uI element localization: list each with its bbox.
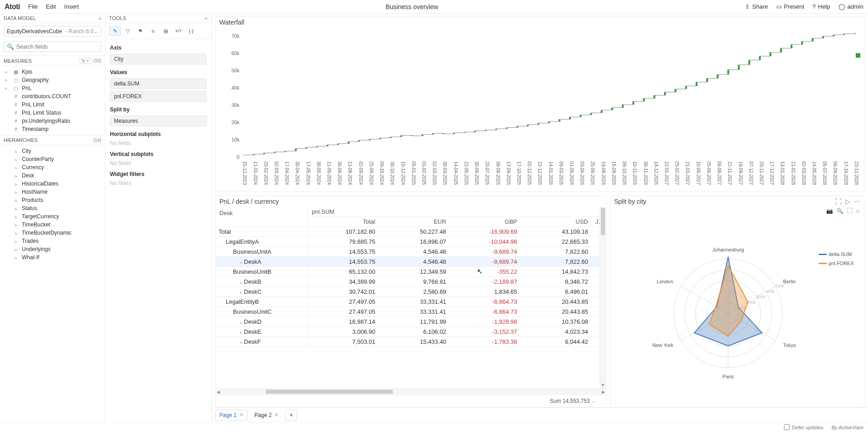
hierarchy-item[interactable]: ₕDesk xyxy=(2,171,103,180)
hierarchy-item[interactable]: ₕHostName xyxy=(2,188,103,196)
table-vscroll[interactable]: ▼ xyxy=(600,207,606,388)
sliders-tool-icon[interactable]: ⎋ xyxy=(147,26,159,36)
camera-icon[interactable]: 📷 xyxy=(826,208,833,214)
select-icon[interactable] xyxy=(847,208,853,213)
page-tabs: Page 1✕Page 2✕ + xyxy=(212,407,868,422)
zoom-icon[interactable]: 🔍 xyxy=(837,208,843,214)
scroll-right-icon[interactable]: ▶ xyxy=(602,390,605,394)
pnl-table[interactable]: Desk pnl.SUM TotalEURGBPUSDJPY Total107,… xyxy=(216,207,606,347)
measure-item[interactable]: ▸▦Kpis xyxy=(2,68,103,76)
table-row[interactable]: ▸DeskC30,742.012,580.691,834.656,496.01 xyxy=(216,287,606,297)
values-chip-forex[interactable]: pnl.FOREX xyxy=(110,91,207,102)
hierarchy-item[interactable]: ₕTimeBucketDynamic xyxy=(2,229,103,237)
hierarchy-item[interactable]: ₕTargetCurrency xyxy=(2,212,103,221)
user-button[interactable]: ◯admin xyxy=(838,3,863,10)
measure-item[interactable]: #contributors.COUNT xyxy=(2,92,103,100)
values-chip-delta[interactable]: delta.SUM xyxy=(110,78,207,89)
hierarchy-item[interactable]: ₕWhat-If xyxy=(2,253,103,261)
menu-insert[interactable]: Insert xyxy=(64,3,79,10)
svg-text:17-10-2025: 17-10-2025 xyxy=(516,161,521,185)
table-col-header[interactable]: GBP xyxy=(450,217,521,227)
home-icon[interactable]: ⌂ xyxy=(856,208,859,214)
hierarchy-item[interactable]: ₕTimeBucket xyxy=(2,221,103,229)
measure-item[interactable]: #Timestamp xyxy=(2,125,103,133)
table-row[interactable]: BusinessUnitC27,497.0533,331.41-6,864.73… xyxy=(216,307,606,317)
search-input[interactable] xyxy=(16,44,98,50)
search-input-wrap[interactable]: 🔍 xyxy=(4,41,101,52)
svg-text:06-08-2027: 06-08-2027 xyxy=(717,161,722,185)
collapse-datamodel-icon[interactable]: « xyxy=(99,15,101,21)
share-button[interactable]: ⇪Share xyxy=(745,3,768,10)
menu-file[interactable]: File xyxy=(28,3,38,10)
table-row[interactable]: ▸DeskE3,006.906,106.02-3,152.374,023.34 xyxy=(216,327,606,337)
measure-item[interactable]: #PnL Limit Status xyxy=(2,109,103,117)
page-tab[interactable]: Page 2✕ xyxy=(250,410,283,421)
filter-tool-icon[interactable]: ▽ xyxy=(122,26,134,36)
measure-item[interactable]: #pv.UnderlyingsRatio xyxy=(2,117,103,125)
table-col-header[interactable]: Total xyxy=(308,217,379,227)
table-row[interactable]: ▸DeskA14,553.754,546.48-9,689.747,822.60 xyxy=(216,257,606,267)
hierarchy-item[interactable]: ₕTrades xyxy=(2,237,103,245)
svg-text:13-01-2028: 13-01-2028 xyxy=(780,161,785,185)
svg-text:17-10-2028: 17-10-2028 xyxy=(843,161,848,185)
values-label: Values xyxy=(110,69,207,75)
close-icon[interactable]: ✕ xyxy=(274,412,278,418)
table-row[interactable]: LegalEntityA79,685.7516,896.07-10,044.96… xyxy=(216,237,606,247)
svg-text:17-12-2027: 17-12-2027 xyxy=(769,161,774,185)
menu-edit[interactable]: Edit xyxy=(46,3,56,10)
svg-text:17-09-2025: 17-09-2025 xyxy=(506,161,511,185)
hierarchy-item[interactable]: ₕProducts xyxy=(2,196,103,204)
radar-chart[interactable]: 100k200k300k400k500kJohannesburgBerlinTo… xyxy=(610,215,864,407)
chevron-down-icon[interactable]: ⌄ xyxy=(591,398,596,404)
table-col-header[interactable]: EUR xyxy=(379,217,450,227)
hscroll-thumb[interactable] xyxy=(266,390,393,394)
vscroll-thumb[interactable] xyxy=(601,208,605,235)
axis-chip-city[interactable]: City xyxy=(110,54,207,65)
hierarchy-item[interactable]: ₕCounterParty xyxy=(2,155,103,163)
page-tab[interactable]: Page 1✕ xyxy=(215,410,248,421)
flag-tool-icon[interactable]: ⚑ xyxy=(134,26,146,36)
svg-text:25-02-2027: 25-02-2027 xyxy=(675,161,680,185)
collapse-tools-icon[interactable]: « xyxy=(205,15,208,21)
table-row[interactable]: LegalEntityB27,497.0533,331.41-6,864.732… xyxy=(216,297,606,307)
present-button[interactable]: ▭Present xyxy=(776,3,804,10)
edit-tool-icon[interactable]: ✎ xyxy=(109,26,121,36)
hierarchy-item[interactable]: ₕStatus xyxy=(2,204,103,212)
cube-selector[interactable]: EquityDerivativesCube - Ranch 6.0 ⌄ xyxy=(4,26,101,37)
table-row[interactable]: ▸DeskD16,987.1411,791.99-1,928.9810,376.… xyxy=(216,317,606,327)
col-desk[interactable]: Desk xyxy=(216,207,308,227)
bracket-tool-icon[interactable]: {·} xyxy=(185,26,197,36)
measure-item[interactable]: ▸▢PnL xyxy=(2,84,103,92)
play-icon[interactable]: ▷ xyxy=(845,198,850,205)
table-row[interactable]: ▸DeskB34,389.999,768.91-2,189.878,346.72 xyxy=(216,277,606,287)
grid-tool-icon[interactable]: ▤ xyxy=(160,26,172,36)
hierarchy-item[interactable]: ₕUnderlyings xyxy=(2,245,103,253)
waterfall-chart[interactable]: 010k20k30k40k50k60k70k15-12-202311-01-20… xyxy=(216,28,864,192)
fx-button[interactable]: fx + xyxy=(79,58,91,64)
hierarchy-item[interactable]: ₕHistoricalDates xyxy=(2,180,103,188)
measure-item[interactable]: #PnL Limit xyxy=(2,100,103,109)
svg-text:02-03-2024: 02-03-2024 xyxy=(274,161,279,185)
table-row[interactable]: BusinessUnitB65,132.0012,349.59-355.2214… xyxy=(216,267,606,277)
table-row[interactable]: Total107,182.8050,227.48-16,909.6943,109… xyxy=(216,227,606,237)
table-col-header[interactable]: USD xyxy=(521,217,592,227)
table-row[interactable]: ▸DeskF7,503.0115,433.40-1,783.386,044.42 xyxy=(216,337,606,347)
xy-tool-icon[interactable]: X/Y xyxy=(173,26,184,36)
measure-item[interactable]: ▸▢Geography xyxy=(2,76,103,84)
splitby-chip-measures[interactable]: Measures xyxy=(110,116,207,126)
add-tab-button[interactable]: + xyxy=(285,410,297,421)
expand-icon[interactable]: ⛶ xyxy=(835,198,842,205)
defer-checkbox[interactable] xyxy=(784,424,790,430)
table-hscroll[interactable]: ◀▶ xyxy=(216,388,606,395)
close-icon[interactable]: ✕ xyxy=(239,412,243,418)
table-row[interactable]: BusinessUnitA14,553.754,546.48-9,689.747… xyxy=(216,247,606,257)
scroll-left-icon[interactable]: ◀ xyxy=(217,390,220,394)
axis-label: Axis xyxy=(110,45,207,51)
hierarchy-item[interactable]: ₕCurrency xyxy=(2,163,103,171)
scroll-down-icon[interactable]: ▼ xyxy=(601,383,605,387)
col-measure[interactable]: pnl.SUM xyxy=(308,207,606,217)
help-button[interactable]: ?Help xyxy=(813,3,830,10)
defer-updates-toggle[interactable]: Defer updates xyxy=(784,424,823,430)
hierarchy-item[interactable]: ₕCity xyxy=(2,147,103,155)
more-icon[interactable]: ⋯ xyxy=(854,198,860,205)
